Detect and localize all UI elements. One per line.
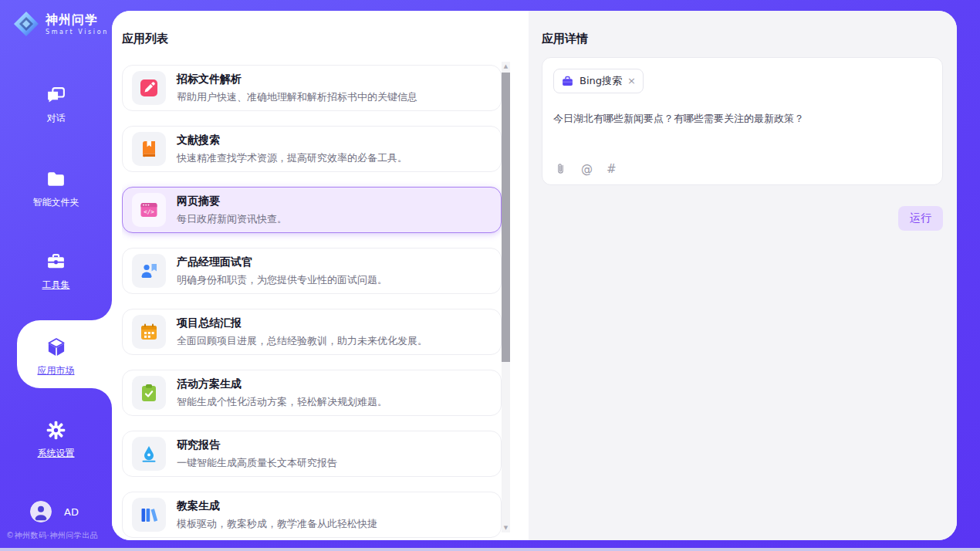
app-item-project-summary-report[interactable]: 项目总结汇报 全面回顾项目进展，总结经验教训，助力未来优化发展。 xyxy=(122,309,502,355)
app-description: 快速精准查找学术资源，提高研究效率的必备工具。 xyxy=(177,151,407,165)
app-icon-tile xyxy=(132,376,166,410)
attachment-paperclip-icon[interactable] xyxy=(554,162,567,175)
sidebar: 神州问学 Smart Vision 对话 智能文件夹 工具集 xyxy=(0,0,112,551)
sidebar-item-label: 系统设置 xyxy=(38,447,75,460)
copyright-footer: ©神州数码·神州问学出品 xyxy=(6,530,98,541)
calendar-icon xyxy=(139,322,159,342)
tool-tag-close-icon[interactable]: × xyxy=(627,77,636,85)
user-account[interactable]: AD xyxy=(30,501,79,522)
app-title: 项目总结汇报 xyxy=(177,316,427,330)
app-list-scrollbar[interactable]: ▲ ▼ xyxy=(502,62,510,532)
sidebar-item-label: 智能文件夹 xyxy=(33,196,79,209)
run-button[interactable]: 运行 xyxy=(898,206,943,231)
user-initials: AD xyxy=(64,506,79,518)
prompt-card: Bing搜索 × 今日湖北有哪些新闻要点？有哪些需要关注的最新政策？ @ # xyxy=(542,57,943,185)
sidebar-item-label: 对话 xyxy=(47,112,66,125)
edit-document-icon xyxy=(139,78,159,98)
app-description: 帮助用户快速、准确地理解和解析招标书中的关键信息 xyxy=(177,90,417,104)
app-title: 研究报告 xyxy=(177,438,337,452)
app-icon-tile xyxy=(132,132,166,166)
app-list: 招标文件解析 帮助用户快速、准确地理解和解析招标书中的关键信息 文献搜索 快速精… xyxy=(122,65,502,540)
avatar[interactable] xyxy=(30,501,52,522)
run-row: 运行 xyxy=(542,206,943,231)
svg-text:</>: </> xyxy=(144,208,154,215)
app-description: 全面回顾项目进展，总结经验教训，助力未来优化发展。 xyxy=(177,334,427,348)
folder-icon xyxy=(46,169,66,190)
chat-icon xyxy=(46,85,66,106)
app-detail-title: 应用详情 xyxy=(542,32,943,46)
app-icon-tile xyxy=(132,315,166,349)
app-description: 模板驱动，教案秒成，教学准备从此轻松快捷 xyxy=(177,517,377,531)
query-input[interactable]: 今日湖北有哪些新闻要点？有哪些需要关注的最新政策？ xyxy=(553,112,931,126)
app-detail-panel: 应用详情 Bing搜索 × 今日湖北有哪些新闻要点？有哪些需要关注的最新政策？ … xyxy=(529,11,957,540)
scrollbar-up-arrow-icon[interactable]: ▲ xyxy=(502,63,510,69)
app-description: 明确身份和职责，为您提供专业性的面试问题。 xyxy=(177,273,387,287)
sidebar-item-label: 工具集 xyxy=(42,279,70,292)
sidebar-item-app-market[interactable]: 应用市场 xyxy=(0,336,112,377)
app-description: 智能生成个性化活动方案，轻松解决规划难题。 xyxy=(177,395,387,409)
mention-at-icon[interactable]: @ xyxy=(581,163,593,175)
app-item-research-report[interactable]: 研究报告 一键智能生成高质量长文本研究报告 xyxy=(122,431,502,477)
topic-hash-icon[interactable]: # xyxy=(607,163,617,175)
app-item-webpage-summary[interactable]: </> 网页摘要 每日政府新闻资讯快查。 xyxy=(122,187,502,233)
sidebar-item-smart-folder[interactable]: 智能文件夹 xyxy=(0,169,112,209)
scrollbar-down-arrow-icon[interactable]: ▼ xyxy=(502,525,510,531)
gear-icon xyxy=(46,420,66,441)
sidebar-item-settings[interactable]: 系统设置 xyxy=(0,420,112,460)
person-icon xyxy=(30,501,52,522)
app-icon-tile xyxy=(132,437,166,471)
book-icon xyxy=(139,139,159,159)
app-list-title: 应用列表 xyxy=(122,32,168,46)
app-item-bid-document-parsing[interactable]: 招标文件解析 帮助用户快速、准确地理解和解析招标书中的关键信息 xyxy=(122,65,502,111)
app-description: 每日政府新闻资讯快查。 xyxy=(177,212,287,226)
sidebar-item-label: 应用市场 xyxy=(38,364,75,377)
books-icon xyxy=(139,505,159,525)
bottom-edge-strip xyxy=(0,548,980,551)
app-item-event-plan-generation[interactable]: 活动方案生成 智能生成个性化活动方案，轻松解决规划难题。 xyxy=(122,370,502,416)
tool-tag-label: Bing搜索 xyxy=(580,74,622,88)
app-icon-tile xyxy=(132,254,166,288)
sidebar-item-chat[interactable]: 对话 xyxy=(0,85,112,125)
tool-tag-bing-search[interactable]: Bing搜索 × xyxy=(553,69,644,93)
app-title: 网页摘要 xyxy=(177,194,287,208)
app-title: 产品经理面试官 xyxy=(177,255,387,269)
toolbox-icon xyxy=(46,252,66,272)
app-item-lesson-plan-generation[interactable]: 教案生成 模板驱动，教案秒成，教学准备从此轻松快捷 xyxy=(122,492,502,538)
webpage-code-icon: </> xyxy=(139,200,159,220)
app-title: 活动方案生成 xyxy=(177,377,387,391)
app-title: 文献搜索 xyxy=(177,134,407,147)
interviewer-icon xyxy=(139,261,159,281)
app-item-literature-search[interactable]: 文献搜索 快速精准查找学术资源，提高研究效率的必备工具。 xyxy=(122,126,502,172)
composer-toolbar: @ # xyxy=(554,162,617,175)
app-description: 一键智能生成高质量长文本研究报告 xyxy=(177,456,337,470)
briefcase-icon xyxy=(561,75,574,88)
app-item-pm-interviewer[interactable]: 产品经理面试官 明确身份和职责，为您提供专业性的面试问题。 xyxy=(122,248,502,294)
cube-icon xyxy=(46,336,67,358)
clipboard-check-icon xyxy=(139,383,159,403)
app-logo: 神州问学 Smart Vision xyxy=(12,10,109,38)
app-icon-tile xyxy=(132,71,166,105)
app-title: 教案生成 xyxy=(177,499,377,513)
app-icon-tile: </> xyxy=(132,193,166,227)
logo-subtitle: Smart Vision xyxy=(46,29,109,35)
app-list-panel: 应用列表 招标文件解析 帮助用户快速、准确地理解和解析招标书中的关键信息 xyxy=(112,11,529,540)
logo-title: 神州问学 xyxy=(46,13,109,27)
app-title: 招标文件解析 xyxy=(177,73,417,86)
sidebar-item-toolset[interactable]: 工具集 xyxy=(0,252,112,292)
main-panel: 应用列表 招标文件解析 帮助用户快速、准确地理解和解析招标书中的关键信息 xyxy=(112,11,957,540)
scrollbar-thumb[interactable] xyxy=(502,73,510,362)
app-icon-tile xyxy=(132,498,166,532)
pen-nib-icon xyxy=(139,444,159,464)
logo-diamond-icon xyxy=(12,10,40,38)
